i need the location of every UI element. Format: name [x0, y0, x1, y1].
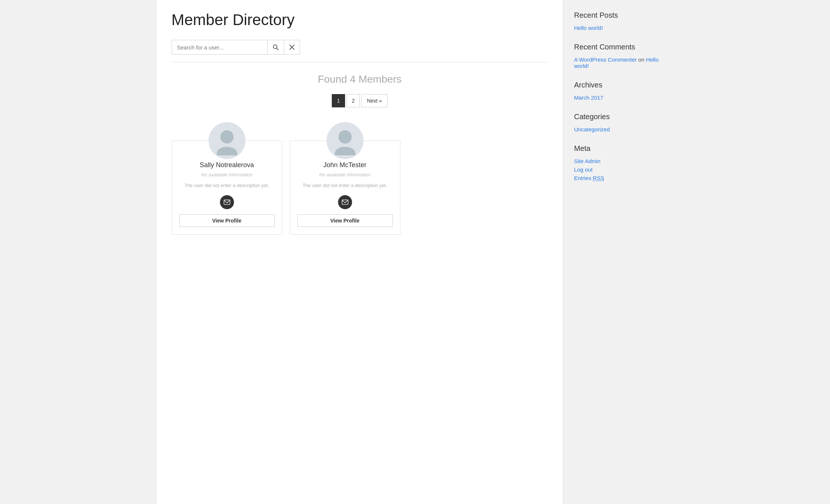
members-grid: Sally Notrealerova No available informat…	[172, 122, 548, 249]
member-card-2: John McTester No available information T…	[290, 122, 400, 235]
member-desc-2: The user did not enter a description yet…	[297, 182, 393, 189]
search-icon	[273, 44, 279, 50]
divider	[172, 62, 548, 62]
sidebar-categories: Categories Uncategorized	[574, 113, 662, 132]
svg-point-5	[217, 147, 237, 155]
sidebar-link-march-2017[interactable]: March 2017	[574, 94, 662, 101]
sidebar-link-hello-world-post[interactable]: Hello world!	[574, 25, 662, 31]
member-email-button-2[interactable]	[338, 195, 352, 209]
recent-comments-heading: Recent Comments	[574, 43, 662, 51]
sidebar: Recent Posts Hello world! Recent Comment…	[563, 0, 674, 504]
member-email-button-1[interactable]	[220, 195, 234, 209]
next-page-button[interactable]: Next »	[361, 94, 387, 107]
sidebar-meta: Meta Site Admin Log out Entries RSS	[574, 144, 662, 181]
member-desc-1: The user did not enter a description yet…	[179, 182, 275, 189]
page-1-button[interactable]: 1	[332, 94, 345, 107]
pagination: 1 2 Next »	[172, 94, 548, 107]
page-title: Member Directory	[172, 11, 548, 29]
search-button[interactable]	[268, 40, 284, 55]
close-icon	[289, 45, 295, 50]
rss-abbr: RSS	[593, 175, 604, 181]
sidebar-link-site-admin[interactable]: Site Admin	[574, 158, 662, 164]
categories-heading: Categories	[574, 113, 662, 121]
entries-rss-text: Entries	[574, 175, 593, 181]
member-avatar-2	[327, 122, 364, 159]
clear-search-button[interactable]	[284, 40, 300, 55]
recent-comment-1: A WordPress Commenter on Hello world!	[574, 56, 662, 69]
sidebar-link-commenter[interactable]: A WordPress Commenter	[574, 56, 637, 63]
search-input[interactable]	[172, 40, 268, 55]
page-2-button[interactable]: 2	[347, 94, 360, 107]
sidebar-recent-comments: Recent Comments A WordPress Commenter on…	[574, 43, 662, 69]
view-profile-button-2[interactable]: View Profile	[297, 214, 393, 227]
recent-posts-heading: Recent Posts	[574, 11, 662, 20]
meta-heading: Meta	[574, 144, 662, 153]
comment-on-word: on	[638, 56, 644, 63]
member-name-1: Sally Notrealerova	[179, 161, 275, 169]
svg-point-8	[335, 147, 355, 155]
member-info-1: No available information	[179, 172, 275, 177]
search-bar	[172, 40, 548, 55]
sidebar-link-entries-rss[interactable]: Entries RSS	[574, 175, 662, 181]
email-icon-1	[224, 199, 230, 206]
member-avatar-1	[209, 122, 245, 159]
view-profile-button-1[interactable]: View Profile	[179, 214, 275, 227]
sidebar-link-uncategorized[interactable]: Uncategorized	[574, 126, 662, 132]
svg-point-4	[220, 130, 234, 144]
svg-rect-6	[224, 200, 230, 204]
svg-rect-9	[342, 200, 348, 204]
sidebar-link-log-out[interactable]: Log out	[574, 166, 662, 173]
member-info-2: No available information	[297, 172, 393, 177]
found-members-label: Found 4 Members	[172, 73, 548, 85]
sidebar-recent-posts: Recent Posts Hello world!	[574, 11, 662, 31]
svg-line-1	[276, 48, 278, 50]
email-icon-2	[342, 199, 348, 206]
member-name-2: John McTester	[297, 161, 393, 169]
sidebar-archives: Archives March 2017	[574, 81, 662, 101]
svg-point-7	[338, 130, 352, 144]
archives-heading: Archives	[574, 81, 662, 89]
member-card-1: Sally Notrealerova No available informat…	[172, 122, 282, 235]
